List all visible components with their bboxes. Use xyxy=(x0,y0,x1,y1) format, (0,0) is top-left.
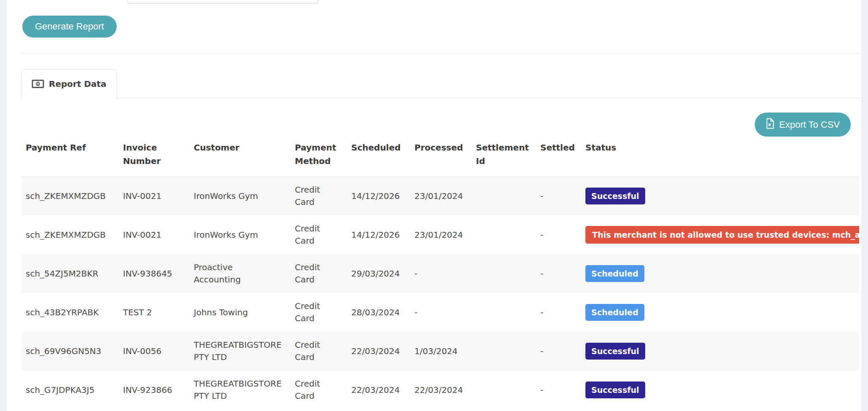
cell-scheduled: 22/03/2024 xyxy=(347,332,410,371)
cell-settlement-id xyxy=(471,254,536,293)
cell-customer: Johns Towing xyxy=(189,293,290,332)
cell-payment-method: Credit Card xyxy=(290,371,347,409)
cell-customer: IronWorks Gym xyxy=(189,177,290,215)
cell-scheduled: 29/03/2024 xyxy=(347,254,410,293)
cell-processed: - xyxy=(410,254,471,293)
export-to-csv-button[interactable]: x Export To CSV xyxy=(755,113,851,137)
cell-invoice-number: INV-923866 xyxy=(118,371,189,409)
money-bill-icon: 1 xyxy=(32,79,44,89)
cell-processed: - xyxy=(410,293,471,332)
column-header: Scheduled xyxy=(347,139,410,177)
column-header: Payment Method xyxy=(290,139,347,177)
column-header: Settled xyxy=(536,139,581,177)
cell-settled: - xyxy=(536,254,581,293)
cell-status: Successful xyxy=(581,177,859,215)
table-row: sch_G7JDPKA3J5 INV-923866 THEGREATBIGSTO… xyxy=(21,371,859,409)
cell-payment-method: Credit Card xyxy=(290,254,347,293)
cell-invoice-number: INV-0021 xyxy=(118,215,189,254)
cell-customer: THEGREATBIGSTORE PTY LTD xyxy=(189,371,290,409)
cell-scheduled: 14/12/2026 xyxy=(347,215,410,254)
cell-settled: - xyxy=(536,177,581,215)
table-row: sch_69V96GN5N3 INV-0056 THEGREATBIGSTORE… xyxy=(21,332,859,371)
cell-customer: THEGREATBIGSTORE PTY LTD xyxy=(189,332,290,371)
cell-processed: 1/03/2024 xyxy=(410,332,471,371)
cell-settlement-id xyxy=(471,177,536,215)
generate-report-button[interactable]: Generate Report xyxy=(22,16,117,38)
report-table-body: sch_ZKEMXMZDGB INV-0021 IronWorks Gym Cr… xyxy=(21,177,859,409)
file-csv-icon: x xyxy=(766,118,775,132)
cell-payment-ref: sch_43B2YRPABK xyxy=(21,293,118,332)
cell-settlement-id xyxy=(471,332,536,371)
cell-status: Successful xyxy=(581,371,859,409)
column-header: Payment Ref xyxy=(21,139,118,177)
table-row: sch_ZKEMXMZDGB INV-0021 IronWorks Gym Cr… xyxy=(21,215,859,254)
cell-invoice-number: INV-0056 xyxy=(118,332,189,371)
cell-invoice-number: TEST 2 xyxy=(118,293,189,332)
cell-settlement-id xyxy=(471,293,536,332)
cell-settlement-id xyxy=(471,371,536,409)
cell-settlement-id xyxy=(471,215,536,254)
table-row: sch_ZKEMXMZDGB INV-0021 IronWorks Gym Cr… xyxy=(21,177,859,215)
cell-payment-method: Credit Card xyxy=(290,332,347,371)
cell-processed: 22/03/2024 xyxy=(410,371,471,409)
status-badge: Successful xyxy=(585,188,645,204)
cell-payment-ref: sch_ZKEMXMZDGB xyxy=(21,215,118,254)
page-edge-right xyxy=(861,0,868,411)
status-badge: Successful xyxy=(585,381,645,398)
cell-scheduled: 28/03/2024 xyxy=(347,293,410,332)
tabs-bar: 1 Report Data xyxy=(21,69,861,98)
svg-text:1: 1 xyxy=(37,82,39,86)
report-data-panel: x Export To CSV Payment RefInvoice Numbe… xyxy=(21,113,861,409)
cell-payment-method: Credit Card xyxy=(290,215,347,254)
page-edge-left xyxy=(0,0,7,411)
cell-settled: - xyxy=(536,293,581,332)
cell-status: Successful xyxy=(581,332,859,371)
tab-report-data[interactable]: 1 Report Data xyxy=(21,69,117,98)
svg-text:x: x xyxy=(768,122,771,127)
cell-scheduled: 14/12/2026 xyxy=(347,177,410,215)
cell-settled: - xyxy=(536,332,581,371)
cell-processed: 23/01/2024 xyxy=(410,215,471,254)
table-row: sch_54ZJ5M2BKR INV-938645 Proactive Acco… xyxy=(21,254,859,293)
cell-payment-ref: sch_ZKEMXMZDGB xyxy=(21,177,118,215)
status-badge: This merchant is not allowed to use trus… xyxy=(585,226,859,244)
cell-invoice-number: INV-0021 xyxy=(118,177,189,215)
table-row: sch_43B2YRPABK TEST 2 Johns Towing Credi… xyxy=(21,293,859,332)
report-card: Generate Report 1 Report Data x xyxy=(7,0,861,411)
export-to-csv-label: Export To CSV xyxy=(779,119,840,130)
cell-payment-ref: sch_G7JDPKA3J5 xyxy=(21,371,118,409)
cell-settled: - xyxy=(536,371,581,409)
column-header: Settlement Id xyxy=(471,139,536,177)
cell-status: This merchant is not allowed to use trus… xyxy=(581,215,859,254)
column-header: Customer xyxy=(189,139,290,177)
cell-customer: IronWorks Gym xyxy=(189,215,290,254)
section-divider xyxy=(21,54,861,54)
cell-scheduled: 22/03/2024 xyxy=(347,371,410,409)
column-header: Processed xyxy=(410,139,471,177)
cell-processed: 23/01/2024 xyxy=(410,177,471,215)
column-header: Invoice Number xyxy=(118,139,189,177)
cell-status: Scheduled xyxy=(581,254,859,293)
cell-payment-ref: sch_69V96GN5N3 xyxy=(21,332,118,371)
status-badge: Successful xyxy=(585,343,645,360)
tab-report-data-label: Report Data xyxy=(49,79,107,89)
status-badge: Scheduled xyxy=(585,265,644,282)
cell-payment-method: Credit Card xyxy=(290,177,347,215)
cell-payment-method: Credit Card xyxy=(290,293,347,332)
cell-status: Scheduled xyxy=(581,293,859,332)
status-badge: Scheduled xyxy=(585,304,644,321)
column-header: Status xyxy=(581,139,859,177)
report-table: Payment RefInvoice NumberCustomerPayment… xyxy=(21,139,859,409)
cell-settled: - xyxy=(536,215,581,254)
table-header-row: Payment RefInvoice NumberCustomerPayment… xyxy=(21,139,859,177)
form-field-partial[interactable] xyxy=(128,0,318,3)
cell-payment-ref: sch_54ZJ5M2BKR xyxy=(21,254,118,293)
cell-invoice-number: INV-938645 xyxy=(118,254,189,293)
cell-customer: Proactive Accounting xyxy=(189,254,290,293)
